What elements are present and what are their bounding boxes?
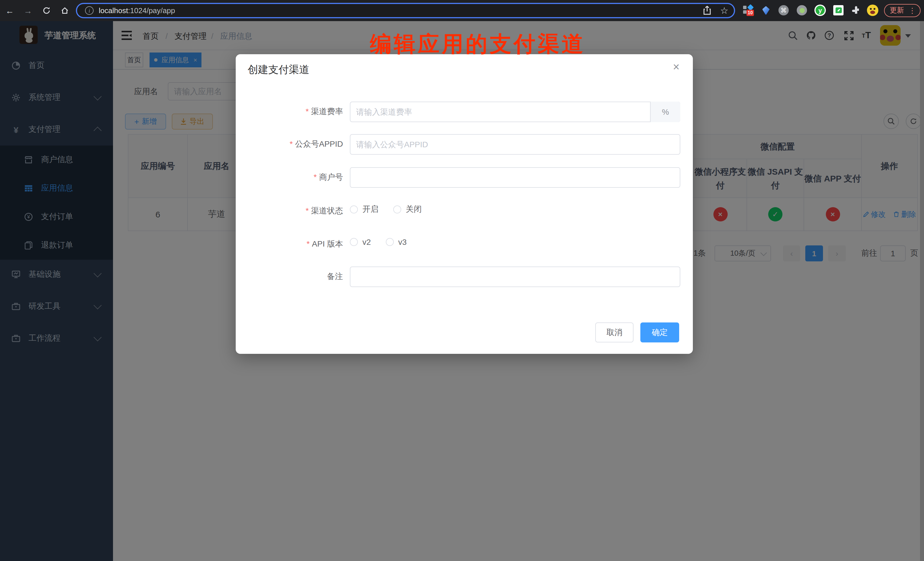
extensions-puzzle-icon[interactable] xyxy=(850,4,862,16)
screen: ← → i localhost:1024/pay/app ☆ 10 ⌘ xyxy=(0,0,924,561)
radio-status-open[interactable]: 开启 xyxy=(350,204,378,214)
extension-chat-icon[interactable] xyxy=(832,4,844,16)
field-label-merchant: *商户号 xyxy=(236,172,343,183)
field-label-rate: *渠道费率 xyxy=(236,107,343,117)
extension-record-icon[interactable] xyxy=(796,4,808,16)
field-label-appid: *公众号APPID xyxy=(236,139,343,150)
percent-addon: % xyxy=(650,102,680,122)
profile-avatar-emoji[interactable] xyxy=(866,4,879,16)
radio-api-v3[interactable]: v3 xyxy=(386,237,407,246)
required-asterisk: * xyxy=(290,139,293,148)
browser-forward-icon[interactable]: → xyxy=(22,4,34,16)
create-channel-dialog: 创建支付渠道 × *渠道费率 % *公众号APPID *商户号 *渠道状态 开启… xyxy=(236,54,693,354)
browser-back-icon[interactable]: ← xyxy=(3,4,16,16)
bookmark-star-icon[interactable]: ☆ xyxy=(718,4,730,16)
browser-toolbar: ← → i localhost:1024/pay/app ☆ 10 ⌘ xyxy=(0,0,924,21)
browser-update-button[interactable]: 更新⋮ xyxy=(884,4,921,17)
radio-api-v2[interactable]: v2 xyxy=(350,237,371,246)
merchant-input[interactable] xyxy=(350,167,680,188)
required-asterisk: * xyxy=(306,206,309,215)
close-icon[interactable]: × xyxy=(673,61,680,72)
radio-circle-icon xyxy=(393,206,401,213)
kebab-menu-icon[interactable]: ⋮ xyxy=(909,6,916,15)
field-label-remark: 备注 xyxy=(236,272,343,282)
status-radio-group: 开启 关闭 xyxy=(350,204,436,214)
required-asterisk: * xyxy=(306,239,310,248)
rate-input-group: % xyxy=(350,102,680,122)
browser-reload-icon[interactable] xyxy=(40,4,52,16)
rate-input[interactable] xyxy=(350,102,680,122)
url-text: localhost:1024/pay/app xyxy=(99,6,175,15)
url-bar[interactable]: i localhost:1024/pay/app xyxy=(76,3,735,18)
share-icon[interactable] xyxy=(701,4,713,16)
extension-tasks-icon[interactable]: 10 xyxy=(742,4,754,16)
required-asterisk: * xyxy=(306,107,309,116)
api-version-radio-group: v2 v3 xyxy=(350,237,422,246)
remark-input[interactable] xyxy=(350,267,680,287)
radio-circle-icon xyxy=(350,206,358,213)
extension-command-icon[interactable]: ⌘ xyxy=(777,4,790,16)
extension-y-icon[interactable]: y xyxy=(814,4,826,16)
required-asterisk: * xyxy=(314,172,317,182)
cancel-button[interactable]: 取消 xyxy=(595,322,633,342)
appid-input[interactable] xyxy=(350,134,680,154)
radio-circle-icon xyxy=(386,238,394,246)
dialog-title: 创建支付渠道 xyxy=(248,63,309,76)
radio-status-closed[interactable]: 关闭 xyxy=(393,204,422,214)
extension-balloon-icon[interactable] xyxy=(760,4,772,16)
site-info-icon[interactable]: i xyxy=(85,6,94,15)
browser-home-icon[interactable] xyxy=(58,4,71,16)
annotation-text: 编辑应用的支付渠道 xyxy=(370,30,585,59)
confirm-button[interactable]: 确定 xyxy=(640,322,679,342)
field-label-api-version: *API 版本 xyxy=(236,239,343,249)
radio-circle-icon xyxy=(350,238,358,246)
field-label-status: *渠道状态 xyxy=(236,206,343,216)
